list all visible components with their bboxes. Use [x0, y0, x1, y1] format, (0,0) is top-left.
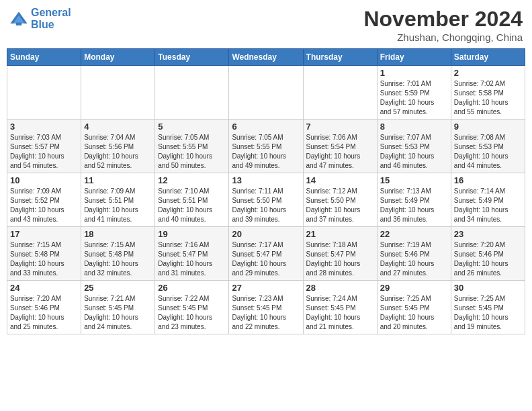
week-row-5: 24Sunrise: 7:20 AM Sunset: 5:46 PM Dayli… [7, 281, 525, 334]
day-content: Sunrise: 7:21 AM Sunset: 5:45 PM Dayligh… [84, 294, 152, 332]
calendar-cell: 28Sunrise: 7:24 AM Sunset: 5:45 PM Dayli… [303, 281, 377, 334]
day-number: 17 [10, 229, 78, 239]
day-number: 28 [306, 283, 374, 293]
day-content: Sunrise: 7:23 AM Sunset: 5:45 PM Dayligh… [232, 294, 300, 332]
day-content: Sunrise: 7:14 AM Sunset: 5:49 PM Dayligh… [454, 187, 522, 224]
day-number: 24 [10, 283, 78, 293]
day-content: Sunrise: 7:24 AM Sunset: 5:45 PM Dayligh… [306, 294, 374, 332]
calendar-cell: 15Sunrise: 7:13 AM Sunset: 5:49 PM Dayli… [377, 173, 451, 227]
calendar-cell: 18Sunrise: 7:15 AM Sunset: 5:48 PM Dayli… [81, 227, 155, 281]
day-content: Sunrise: 7:17 AM Sunset: 5:47 PM Dayligh… [232, 240, 300, 278]
day-content: Sunrise: 7:09 AM Sunset: 5:52 PM Dayligh… [10, 187, 78, 224]
day-number: 30 [454, 283, 522, 293]
calendar-cell: 30Sunrise: 7:25 AM Sunset: 5:45 PM Dayli… [451, 281, 525, 334]
calendar-cell: 21Sunrise: 7:18 AM Sunset: 5:47 PM Dayli… [303, 227, 377, 281]
day-content: Sunrise: 7:16 AM Sunset: 5:47 PM Dayligh… [158, 240, 226, 278]
day-content: Sunrise: 7:15 AM Sunset: 5:48 PM Dayligh… [10, 240, 78, 278]
calendar-cell: 24Sunrise: 7:20 AM Sunset: 5:46 PM Dayli… [7, 281, 81, 334]
day-content: Sunrise: 7:20 AM Sunset: 5:46 PM Dayligh… [454, 240, 522, 278]
day-number: 25 [84, 283, 152, 293]
day-content: Sunrise: 7:22 AM Sunset: 5:45 PM Dayligh… [158, 294, 226, 332]
calendar-cell [81, 66, 155, 120]
day-content: Sunrise: 7:25 AM Sunset: 5:45 PM Dayligh… [454, 294, 522, 332]
logo-icon [9, 9, 28, 28]
day-content: Sunrise: 7:06 AM Sunset: 5:54 PM Dayligh… [306, 133, 374, 171]
calendar-cell: 14Sunrise: 7:12 AM Sunset: 5:50 PM Dayli… [303, 173, 377, 227]
calendar-table: SundayMondayTuesdayWednesdayThursdayFrid… [7, 48, 525, 334]
day-content: Sunrise: 7:02 AM Sunset: 5:58 PM Dayligh… [454, 79, 522, 117]
week-row-3: 10Sunrise: 7:09 AM Sunset: 5:52 PM Dayli… [7, 173, 525, 227]
day-content: Sunrise: 7:03 AM Sunset: 5:57 PM Dayligh… [10, 133, 78, 171]
day-number: 11 [84, 175, 152, 185]
day-number: 9 [454, 122, 522, 132]
day-number: 22 [380, 229, 448, 239]
day-number: 29 [380, 283, 448, 293]
calendar-cell [229, 66, 303, 120]
calendar-cell [303, 66, 377, 120]
calendar-cell: 6Sunrise: 7:05 AM Sunset: 5:55 PM Daylig… [229, 120, 303, 173]
day-number: 13 [232, 175, 300, 185]
day-number: 6 [232, 122, 300, 132]
day-number: 26 [158, 283, 226, 293]
week-row-1: 1Sunrise: 7:01 AM Sunset: 5:59 PM Daylig… [7, 66, 525, 120]
day-content: Sunrise: 7:05 AM Sunset: 5:55 PM Dayligh… [158, 133, 226, 171]
column-header-monday: Monday [81, 49, 155, 66]
calendar-cell: 26Sunrise: 7:22 AM Sunset: 5:45 PM Dayli… [155, 281, 229, 334]
column-header-sunday: Sunday [7, 49, 81, 66]
column-header-tuesday: Tuesday [155, 49, 229, 66]
calendar-cell: 3Sunrise: 7:03 AM Sunset: 5:57 PM Daylig… [7, 120, 81, 173]
calendar-cell: 5Sunrise: 7:05 AM Sunset: 5:55 PM Daylig… [155, 120, 229, 173]
day-number: 7 [306, 122, 374, 132]
calendar-cell: 22Sunrise: 7:19 AM Sunset: 5:46 PM Dayli… [377, 227, 451, 281]
day-content: Sunrise: 7:10 AM Sunset: 5:51 PM Dayligh… [158, 187, 226, 224]
calendar-cell: 23Sunrise: 7:20 AM Sunset: 5:46 PM Dayli… [451, 227, 525, 281]
day-number: 4 [84, 122, 152, 132]
day-number: 23 [454, 229, 522, 239]
day-content: Sunrise: 7:04 AM Sunset: 5:56 PM Dayligh… [84, 133, 152, 171]
page-header: General Blue November 2024 Zhushan, Chon… [7, 7, 525, 43]
logo: General Blue [9, 7, 71, 30]
day-content: Sunrise: 7:13 AM Sunset: 5:49 PM Dayligh… [380, 187, 448, 224]
day-number: 27 [232, 283, 300, 293]
day-content: Sunrise: 7:20 AM Sunset: 5:46 PM Dayligh… [10, 294, 78, 332]
calendar-cell: 20Sunrise: 7:17 AM Sunset: 5:47 PM Dayli… [229, 227, 303, 281]
day-content: Sunrise: 7:01 AM Sunset: 5:59 PM Dayligh… [380, 79, 448, 117]
day-number: 16 [454, 175, 522, 185]
calendar-cell: 16Sunrise: 7:14 AM Sunset: 5:49 PM Dayli… [451, 173, 525, 227]
logo-line1: General [31, 7, 71, 18]
calendar-cell: 9Sunrise: 7:08 AM Sunset: 5:53 PM Daylig… [451, 120, 525, 173]
day-content: Sunrise: 7:08 AM Sunset: 5:53 PM Dayligh… [454, 133, 522, 171]
day-number: 3 [10, 122, 78, 132]
column-header-saturday: Saturday [451, 49, 525, 66]
day-content: Sunrise: 7:09 AM Sunset: 5:51 PM Dayligh… [84, 187, 152, 224]
column-header-friday: Friday [377, 49, 451, 66]
calendar-cell: 10Sunrise: 7:09 AM Sunset: 5:52 PM Dayli… [7, 173, 81, 227]
day-number: 15 [380, 175, 448, 185]
day-content: Sunrise: 7:05 AM Sunset: 5:55 PM Dayligh… [232, 133, 300, 171]
day-number: 20 [232, 229, 300, 239]
calendar-cell: 25Sunrise: 7:21 AM Sunset: 5:45 PM Dayli… [81, 281, 155, 334]
day-content: Sunrise: 7:11 AM Sunset: 5:50 PM Dayligh… [232, 187, 300, 224]
day-content: Sunrise: 7:07 AM Sunset: 5:53 PM Dayligh… [380, 133, 448, 171]
column-header-thursday: Thursday [303, 49, 377, 66]
day-content: Sunrise: 7:18 AM Sunset: 5:47 PM Dayligh… [306, 240, 374, 278]
calendar-cell: 4Sunrise: 7:04 AM Sunset: 5:56 PM Daylig… [81, 120, 155, 173]
week-row-4: 17Sunrise: 7:15 AM Sunset: 5:48 PM Dayli… [7, 227, 525, 281]
calendar-cell: 12Sunrise: 7:10 AM Sunset: 5:51 PM Dayli… [155, 173, 229, 227]
calendar-cell: 7Sunrise: 7:06 AM Sunset: 5:54 PM Daylig… [303, 120, 377, 173]
calendar-cell [155, 66, 229, 120]
calendar-cell: 1Sunrise: 7:01 AM Sunset: 5:59 PM Daylig… [377, 66, 451, 120]
location: Zhushan, Chongqing, China [363, 32, 523, 43]
title-block: November 2024 Zhushan, Chongqing, China [363, 7, 523, 43]
day-number: 8 [380, 122, 448, 132]
column-header-wednesday: Wednesday [229, 49, 303, 66]
calendar-cell: 13Sunrise: 7:11 AM Sunset: 5:50 PM Dayli… [229, 173, 303, 227]
month-title: November 2024 [363, 7, 523, 32]
calendar-cell: 19Sunrise: 7:16 AM Sunset: 5:47 PM Dayli… [155, 227, 229, 281]
svg-rect-2 [16, 22, 21, 25]
calendar-header-row: SundayMondayTuesdayWednesdayThursdayFrid… [7, 49, 525, 66]
calendar-cell: 17Sunrise: 7:15 AM Sunset: 5:48 PM Dayli… [7, 227, 81, 281]
calendar-cell: 29Sunrise: 7:25 AM Sunset: 5:45 PM Dayli… [377, 281, 451, 334]
calendar-cell: 8Sunrise: 7:07 AM Sunset: 5:53 PM Daylig… [377, 120, 451, 173]
day-number: 18 [84, 229, 152, 239]
